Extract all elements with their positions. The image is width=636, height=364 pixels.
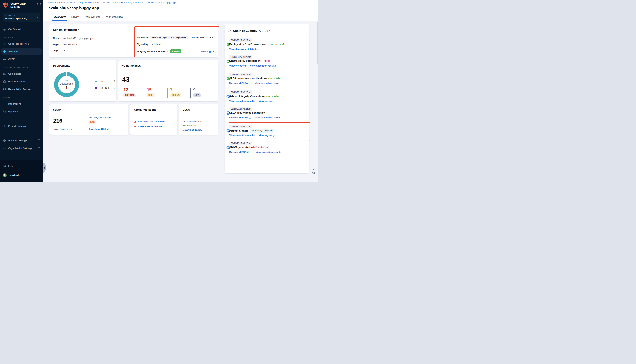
chain-of-custody-icon — [228, 29, 231, 32]
field-name: Name:lavakush07/easy-buggy-app — [53, 37, 93, 40]
sidebar-item-label: Pipelines — [8, 110, 19, 113]
breadcrumb-item-artifacts[interactable]: Artifacts — [135, 1, 144, 4]
external-link-icon — [212, 50, 214, 52]
repo-icon — [3, 42, 6, 46]
deployments-donut-chart: Total Deployments 1 — [54, 72, 80, 98]
user-menu[interactable]: L Lavakush — [0, 172, 43, 178]
field-tags: Tags:v5 — [53, 49, 66, 52]
sidebar-collapse-handle[interactable]: ◀ — [43, 162, 46, 173]
event-title: Artifact Integrity Verification - succes… — [229, 95, 279, 98]
sidebar-item-integrations[interactable]: Integrations — [0, 100, 43, 107]
sidebar-item-label: Artifacts — [8, 50, 19, 53]
help-chat-icon — [3, 164, 6, 168]
section-label-risk-and-compliance: RISK AND COMPLIANCE — [0, 67, 43, 69]
tab-vulnerabilities[interactable]: Vulnerabilities — [106, 13, 123, 20]
tab-deployments[interactable]: Deployments — [85, 13, 101, 20]
card-title-vulnerabilities: Vulnerabilities — [122, 64, 141, 67]
breadcrumb-item-lavakush07-easy-buggy-app[interactable]: lavakush07/easy-buggy-app — [147, 1, 176, 4]
signature-value-chip[interactable]: MEQCICde2VjIT...bL+2+mqnOXw== — [150, 36, 187, 39]
tab-sbom[interactable]: SBOM — [71, 13, 80, 20]
sidebar-item-pipelines[interactable]: Pipelines — [0, 108, 43, 114]
help-chat-bubble-icon[interactable] — [311, 169, 316, 174]
sidebar-item-label: CI/CD — [8, 58, 15, 61]
link-download-sbom[interactable]: Download SBOM — [229, 151, 252, 154]
link-637-allow-list-violations[interactable]: 637 Allow list Violations — [138, 120, 165, 123]
card-title-deployments: Deployments — [53, 64, 70, 67]
event-links: Download SBOMView execution results — [229, 151, 281, 154]
sidebar-item-organization-settings[interactable]: Organization Settings — [0, 145, 43, 151]
breadcrumb-item-account[interactable]: Account: Automation-SSCA — [48, 1, 76, 4]
severity-badge: MEDIUM — [170, 94, 181, 97]
sidebar-item-artifacts[interactable]: Artifacts — [2, 48, 42, 54]
sidebar-item-rule-definitions[interactable]: Rule Definitions — [0, 78, 43, 84]
sidebar-item-remediation-tracker[interactable]: Remediation Tracker — [0, 86, 43, 92]
legend-dot — [95, 80, 97, 82]
sidebar-item-get-started[interactable]: Get Started — [0, 26, 43, 32]
link-view-execution-results[interactable]: View execution results — [229, 100, 255, 102]
external-link-icon — [258, 48, 261, 50]
breadcrumb-item-organization[interactable]: Organization: default — [79, 1, 100, 4]
sidebar-item-project-settings[interactable]: Project Settings — [0, 123, 43, 129]
sbom-total-dependencies: 216 — [53, 118, 62, 124]
link-view-deployment-details[interactable]: View deployment details — [229, 48, 261, 50]
link-download-slsa[interactable]: Download SLSA — [229, 82, 251, 84]
general-info-divider — [93, 36, 93, 54]
download-sbom-link[interactable]: Download SBOM — [89, 128, 112, 130]
download-icon — [249, 82, 251, 84]
project-selector-label: PROJECT — [5, 14, 36, 16]
link-view-execution-results[interactable]: View execution results — [256, 151, 281, 154]
sidebar-item-ci-cd[interactable]: CI/CD — [0, 56, 43, 62]
link-view-log-entry[interactable]: View log entry — [258, 100, 275, 102]
legend-dot — [95, 87, 97, 88]
sidebar-item-compliance[interactable]: Compliance — [0, 70, 43, 77]
severity-low: 9LOW — [190, 88, 201, 98]
download-slsa-link[interactable]: Download SLSA — [183, 128, 205, 131]
chain-of-custody-count: (7 events) — [259, 30, 270, 32]
view-log-link[interactable]: View log — [201, 50, 214, 53]
user-name: Lavakush — [9, 174, 20, 177]
link-view-execution-results[interactable]: View execution results — [255, 116, 280, 119]
sidebar-bottom: Help L Lavakush — [0, 160, 43, 182]
legend-item-prod: Prod1 — [95, 80, 115, 82]
event-title: SLSA provenance verification - successfu… — [229, 77, 281, 80]
clipboard-icon — [3, 80, 6, 83]
event-links: View execution resultsView log entry — [229, 100, 275, 102]
breadcrumb-item-project[interactable]: Project: Product Exploratory — [103, 1, 132, 4]
integrations-icon — [3, 102, 6, 105]
link-2-deny-list-violations[interactable]: 2 Deny list Violations — [138, 125, 162, 128]
tab-bar: OverviewSBOMDeploymentsVulnerabilities — [53, 13, 123, 20]
event-status: successful — [266, 95, 279, 98]
project-selector[interactable]: PROJECT Product Exploratory — [3, 13, 40, 22]
sidebar-item-help[interactable]: Help — [0, 163, 43, 169]
signed-by-value: Lavakush — [151, 43, 161, 46]
download-icon — [110, 128, 112, 130]
tab-overview[interactable]: Overview — [53, 13, 66, 20]
event-status: failed — [264, 60, 270, 62]
link-view-execution-results[interactable]: View execution results — [229, 134, 255, 136]
severity-high: 15HIGH — [144, 88, 155, 98]
sidebar-item-code-repositories[interactable]: Code Repositories — [0, 41, 43, 47]
event-status: successful — [270, 43, 284, 46]
link-view-log-entry[interactable]: View log entry — [258, 134, 275, 136]
sidebar-item-account-settings[interactable]: Account Settings — [0, 137, 43, 144]
violation-row: 2 Deny list Violations — [134, 125, 162, 128]
link-view-execution-results[interactable]: View execution results — [250, 64, 276, 67]
sbom-card: SBOM 216 Total Dependencies SBOM Quality… — [49, 104, 128, 135]
legend-label: Pre Prod — [99, 86, 109, 89]
event-timestamp: 01/16/2025 03:25pm — [229, 142, 252, 145]
sidebar-nav: Get StartedSUPPLY CHAINCode Repositories… — [0, 26, 43, 151]
link-view-execution-results[interactable]: View execution results — [255, 82, 280, 84]
info-icon — [38, 139, 40, 142]
page-scrollbar-thumb[interactable] — [317, 22, 318, 64]
doc-search-icon — [3, 72, 6, 75]
link-download-slsa[interactable]: Download SLSA — [229, 116, 251, 119]
link-view-violations[interactable]: View violations — [229, 64, 247, 67]
app-switcher-grid-icon[interactable] — [37, 3, 41, 6]
project-cube-icon — [5, 14, 7, 16]
event-title-text: SBOM policy enforcement — [229, 60, 261, 62]
download-icon — [250, 151, 252, 153]
vulnerabilities-card: Vulnerabilities 43 12CRITICAL15HIGH7MEDI… — [118, 60, 218, 102]
general-information-card: General Information Name:lavakush07/easy… — [49, 24, 218, 58]
org-icon — [3, 147, 6, 150]
chevron-right-icon — [36, 16, 39, 20]
